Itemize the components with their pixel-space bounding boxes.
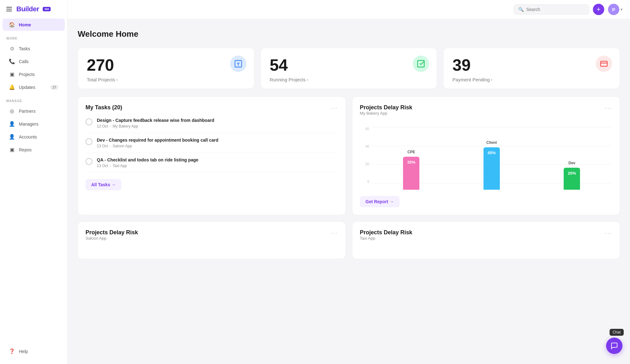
sidebar-item-calls[interactable]: 📞 Calls	[3, 55, 65, 68]
tasks-menu-dots[interactable]: ···	[331, 104, 338, 111]
bar-client: 45%	[484, 147, 500, 190]
hamburger-menu[interactable]	[5, 6, 13, 13]
saloon-card-header-text: Projects Delay Risk Saloon App	[86, 229, 138, 246]
help-icon: ❓	[9, 348, 15, 354]
bar-cpe: 35%	[403, 157, 419, 190]
task-checkbox-1[interactable]	[86, 118, 92, 125]
running-projects-arrow: ›	[307, 77, 308, 82]
tasks-label: Tasks	[19, 46, 30, 51]
projects-icon: ▣	[9, 71, 15, 77]
work-section-label: WORK	[0, 31, 67, 42]
search-input[interactable]	[526, 7, 584, 12]
svg-rect-2	[418, 61, 424, 67]
payment-pending-number: 39	[452, 57, 611, 73]
sidebar-item-tasks[interactable]: ⊙ Tasks	[3, 42, 65, 55]
all-tasks-button[interactable]: All Tasks →	[86, 179, 121, 190]
accounts-label: Accounts	[19, 134, 37, 139]
partners-label: Partners	[19, 109, 36, 114]
sidebar-item-updates[interactable]: 🔔 Updates 27	[3, 81, 65, 93]
main-area: 🔍 + P ▾ Welcome Home 270 Total Projects …	[68, 0, 630, 364]
partners-icon: ◎	[9, 108, 15, 114]
chart-y-axis: 60 40 20 0	[360, 127, 369, 183]
task-meta-2: 13 Oct Saloon App	[97, 144, 218, 148]
running-projects-number: 54	[270, 57, 428, 73]
bar-label-client: Client	[486, 140, 497, 145]
sidebar-item-managers[interactable]: 👤 Managers	[3, 118, 65, 130]
chat-button[interactable]	[606, 338, 622, 354]
delay-risk-card: Projects Delay Risk My Bakery App ··· 60…	[352, 96, 620, 215]
get-report-button[interactable]: Get Report →	[360, 196, 400, 207]
chat-icon	[611, 342, 618, 350]
task-item-2: Dev - Changes required for appointment b…	[86, 133, 338, 153]
sidebar-item-projects[interactable]: ▣ Projects	[3, 68, 65, 80]
total-projects-icon	[230, 56, 246, 72]
stat-card-running-projects[interactable]: 54 Running Projects ›	[261, 48, 437, 89]
search-bar[interactable]: 🔍	[514, 4, 589, 14]
taxi-card-header: Projects Delay Risk Taxi App ···	[360, 229, 612, 246]
chart-bars: CPE 35% Client 45%	[371, 127, 612, 190]
total-projects-number: 270	[87, 57, 245, 73]
tasks-card-header: My Tasks (20) ···	[86, 104, 338, 111]
manage-section-label: MANAGE	[0, 94, 67, 105]
payment-pending-icon	[596, 56, 612, 72]
task-checkbox-2[interactable]	[86, 138, 92, 145]
bar-percent-client: 45%	[488, 150, 496, 155]
delay-risk-header: Projects Delay Risk My Bakery App ···	[360, 104, 612, 121]
avatar-wrapper[interactable]: P ▾	[608, 4, 622, 15]
task-text-2: Dev - Changes required for appointment b…	[97, 138, 218, 143]
dot-1	[110, 126, 111, 127]
taxi-card-menu-dots[interactable]: ···	[605, 229, 612, 236]
tasks-card-title: My Tasks (20)	[86, 104, 122, 111]
task-item-1: Design - Capture feedback release wise f…	[86, 113, 338, 133]
updates-label: Updates	[19, 85, 35, 90]
task-text-1: Design - Capture feedback release wise f…	[97, 118, 214, 123]
task-checkbox-3[interactable]	[86, 158, 92, 165]
task-content-2: Dev - Changes required for appointment b…	[97, 138, 218, 148]
delay-risk-menu-dots[interactable]: ···	[605, 104, 612, 111]
content-area: Welcome Home 270 Total Projects › 54 Run…	[68, 19, 630, 364]
bar-label-cpe: CPE	[407, 150, 415, 154]
repos-icon: ▣	[9, 147, 15, 153]
stat-card-total-projects[interactable]: 270 Total Projects ›	[78, 48, 254, 89]
delay-risk-taxi-card: Projects Delay Risk Taxi App ···	[352, 221, 620, 259]
saloon-card-subtitle: Saloon App	[86, 236, 138, 241]
page-title: Welcome Home	[78, 29, 620, 39]
accounts-icon: 👤	[9, 134, 15, 140]
header: 🔍 + P ▾	[68, 0, 630, 19]
payment-pending-label: Payment Pending ›	[452, 77, 611, 82]
stat-card-payment-pending[interactable]: 39 Payment Pending ›	[443, 48, 620, 89]
chat-tooltip: Chat	[610, 329, 624, 336]
repos-label: Repos	[19, 147, 31, 152]
my-tasks-card: My Tasks (20) ··· Design - Capture feedb…	[78, 96, 346, 215]
sidebar-item-help[interactable]: ❓ Help	[3, 345, 65, 357]
avatar: P	[608, 4, 619, 15]
chevron-down-icon: ▾	[621, 7, 622, 12]
sidebar-item-accounts[interactable]: 👤 Accounts	[3, 131, 65, 143]
delay-risk-header-text: Projects Delay Risk My Bakery App	[360, 104, 412, 121]
bar-group-cpe: CPE 35%	[403, 157, 419, 190]
dot-3	[110, 166, 111, 166]
saloon-card-menu-dots[interactable]: ···	[331, 229, 338, 236]
managers-icon: 👤	[9, 121, 15, 127]
running-projects-label: Running Projects ›	[270, 77, 428, 82]
dot-2	[110, 146, 111, 147]
projects-label: Projects	[19, 72, 35, 77]
updates-icon: 🔔	[9, 84, 15, 90]
task-meta-1: 12 Oct My Bakery App	[97, 124, 214, 128]
delay-risk-saloon-card: Projects Delay Risk Saloon App ···	[78, 221, 346, 259]
taxi-card-header-text: Projects Delay Risk Taxi App	[360, 229, 412, 246]
svg-rect-3	[601, 61, 607, 66]
sidebar-item-repos[interactable]: ▣ Repos	[3, 144, 65, 156]
sidebar-item-partners[interactable]: ◎ Partners	[3, 105, 65, 117]
help-label: Help	[19, 349, 28, 354]
bottom-cards-row: Projects Delay Risk Saloon App ··· Proje…	[78, 221, 620, 259]
add-button[interactable]: +	[593, 4, 604, 15]
home-icon: 🏠	[9, 22, 15, 28]
sidebar-item-home[interactable]: 🏠 Home	[3, 19, 65, 31]
app-name: Builder	[16, 5, 39, 13]
bar-label-dev: Dev	[568, 161, 575, 165]
delay-risk-subtitle: My Bakery App	[360, 111, 412, 116]
sidebar-home-label: Home	[19, 22, 31, 27]
task-item-3: QA - Checklist and todos tab on ride lis…	[86, 153, 338, 173]
taxi-card-title: Projects Delay Risk	[360, 229, 412, 236]
